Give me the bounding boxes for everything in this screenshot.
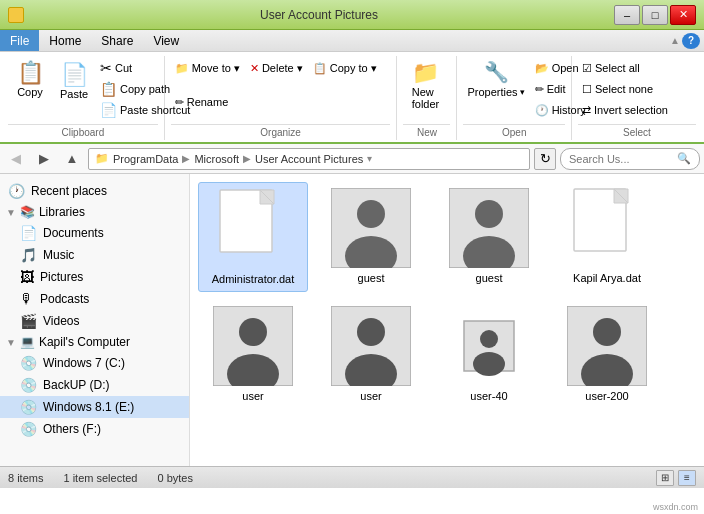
file-item-guest2[interactable]: guest <box>434 182 544 292</box>
breadcrumb-microsoft[interactable]: Microsoft <box>194 153 239 165</box>
sidebar-item-recent-places[interactable]: 🕐 Recent places <box>0 180 189 202</box>
properties-icon: 🔧 <box>484 60 509 84</box>
organize-group: 📁 Move to ▾ ✕ Delete ▾ 📋 Copy to ▾ ✏ Ren… <box>165 56 398 140</box>
details-view-button[interactable]: ≡ <box>678 470 696 486</box>
copy-path-label: Copy path <box>120 83 170 95</box>
menu-share[interactable]: Share <box>91 30 143 51</box>
paste-icon: 📄 <box>61 62 88 88</box>
address-path[interactable]: 📁 ProgramData ▶ Microsoft ▶ User Account… <box>88 148 530 170</box>
file-item-kapil-arya-dat[interactable]: Kapil Arya.dat <box>552 182 662 292</box>
select-none-icon: ☐ <box>582 83 592 96</box>
forward-button[interactable]: ▶ <box>32 148 56 170</box>
copy-to-button[interactable]: 📋 Copy to ▾ <box>309 58 381 78</box>
invert-icon: ⇄ <box>582 104 591 117</box>
sidebar-item-videos[interactable]: 🎬 Videos <box>0 310 189 332</box>
delete-icon: ✕ <box>250 62 259 75</box>
file-item-user2[interactable]: user <box>316 300 426 408</box>
sidebar-label-recent-places: Recent places <box>31 184 107 198</box>
sidebar-label-windows81: Windows 8.1 (E:) <box>43 400 134 414</box>
sidebar-label-windows7: Windows 7 (C:) <box>43 356 125 370</box>
windows7-icon: 💿 <box>20 355 37 371</box>
title-bar: User Account Pictures – □ ✕ <box>0 0 704 30</box>
sidebar-item-pictures[interactable]: 🖼 Pictures <box>0 266 189 288</box>
menu-view[interactable]: View <box>143 30 189 51</box>
copy-to-icon: 📋 <box>313 62 327 75</box>
app-icon <box>8 7 24 23</box>
properties-button[interactable]: 🔧 Properties ▾ <box>463 58 528 100</box>
close-button[interactable]: ✕ <box>670 5 696 25</box>
title-bar-left <box>8 7 24 23</box>
breadcrumb-current[interactable]: User Account Pictures <box>255 153 363 165</box>
user2-label: user <box>360 390 381 402</box>
invert-selection-button[interactable]: ⇄ Invert selection <box>578 100 672 120</box>
others-icon: 💿 <box>20 421 37 437</box>
copy-to-label: Copy to ▾ <box>330 62 377 75</box>
large-icons-view-button[interactable]: ⊞ <box>656 470 674 486</box>
recent-places-icon: 🕐 <box>8 183 25 199</box>
file-item-user40[interactable]: user-40 <box>434 300 544 408</box>
sidebar-item-windows7[interactable]: 💿 Windows 7 (C:) <box>0 352 189 374</box>
new-folder-button[interactable]: 📁 Newfolder <box>403 58 447 114</box>
help-button[interactable]: ? <box>682 33 700 49</box>
kapil-arya-dat-label: Kapil Arya.dat <box>573 272 641 284</box>
breadcrumb-programdata[interactable]: ProgramData <box>113 153 178 165</box>
sidebar-item-backup[interactable]: 💿 BackUP (D:) <box>0 374 189 396</box>
file-item-user200[interactable]: user-200 <box>552 300 662 408</box>
libraries-arrow: ▼ <box>6 207 16 218</box>
copy-button[interactable]: 📋 Copy <box>8 58 52 102</box>
new-label: New <box>403 124 450 138</box>
paste-button[interactable]: 📄 Paste <box>54 58 94 104</box>
edit-label: Edit <box>547 83 566 95</box>
select-all-icon: ☑ <box>582 62 592 75</box>
sidebar-label-documents: Documents <box>43 226 104 240</box>
menu-home[interactable]: Home <box>39 30 91 51</box>
search-input[interactable] <box>569 153 669 165</box>
select-buttons: ☑ Select all ☐ Select none ⇄ Invert sele… <box>578 58 672 120</box>
address-bar: ◀ ▶ ▲ 📁 ProgramData ▶ Microsoft ▶ User A… <box>0 144 704 174</box>
up-button[interactable]: ▲ <box>60 148 84 170</box>
sidebar-item-windows81[interactable]: 💿 Windows 8.1 (E:) <box>0 396 189 418</box>
guest1-icon <box>331 188 411 268</box>
file-item-guest1[interactable]: guest <box>316 182 426 292</box>
select-none-button[interactable]: ☐ Select none <box>578 79 672 99</box>
organize-label: Organize <box>171 124 391 138</box>
sidebar-label-music: Music <box>43 248 74 262</box>
search-box[interactable]: 🔍 <box>560 148 700 170</box>
file-item-administrator-dat[interactable]: Administrator.dat <box>198 182 308 292</box>
rename-icon: ✏ <box>175 96 184 109</box>
sidebar-item-music[interactable]: 🎵 Music <box>0 244 189 266</box>
select-all-button[interactable]: ☑ Select all <box>578 58 672 78</box>
menu-file[interactable]: File <box>0 30 39 51</box>
watermark: wsxdn.com <box>653 502 698 512</box>
rename-button[interactable]: ✏ Rename <box>171 92 233 112</box>
select-label: Select <box>578 124 696 138</box>
back-button[interactable]: ◀ <box>4 148 28 170</box>
sidebar-computer-header[interactable]: ▼ 💻 Kapil's Computer <box>0 332 189 352</box>
selected-count: 1 item selected <box>63 472 137 484</box>
file-item-user1[interactable]: user <box>198 300 308 408</box>
sidebar-label-backup: BackUP (D:) <box>43 378 109 392</box>
delete-button[interactable]: ✕ Delete ▾ <box>246 58 307 78</box>
open-group-content: 🔧 Properties ▾ 📂 Open ✏ Edit 🕐 History <box>463 58 565 124</box>
svg-point-15 <box>480 330 498 348</box>
sidebar-label-videos: Videos <box>43 314 79 328</box>
sidebar-item-others[interactable]: 💿 Others (F:) <box>0 418 189 440</box>
computer-arrow: ▼ <box>6 337 16 348</box>
minimize-button[interactable]: – <box>614 5 640 25</box>
new-group-content: 📁 Newfolder <box>403 58 450 124</box>
folder-icon: 📁 <box>95 152 109 165</box>
videos-icon: 🎬 <box>20 313 37 329</box>
ribbon: 📋 Copy 📄 Paste ✂ Cut 📋 Copy path <box>0 52 704 144</box>
refresh-button[interactable]: ↻ <box>534 148 556 170</box>
properties-label: Properties ▾ <box>467 86 524 98</box>
sidebar-item-documents[interactable]: 📄 Documents <box>0 222 189 244</box>
edit-icon: ✏ <box>535 83 544 96</box>
user1-label: user <box>242 390 263 402</box>
sidebar-item-podcasts[interactable]: 🎙 Podcasts <box>0 288 189 310</box>
maximize-button[interactable]: □ <box>642 5 668 25</box>
guest2-icon <box>449 188 529 268</box>
history-icon: 🕐 <box>535 104 549 117</box>
delete-label: Delete ▾ <box>262 62 303 75</box>
sidebar-libraries-header[interactable]: ▼ 📚 Libraries <box>0 202 189 222</box>
move-to-button[interactable]: 📁 Move to ▾ <box>171 58 244 78</box>
